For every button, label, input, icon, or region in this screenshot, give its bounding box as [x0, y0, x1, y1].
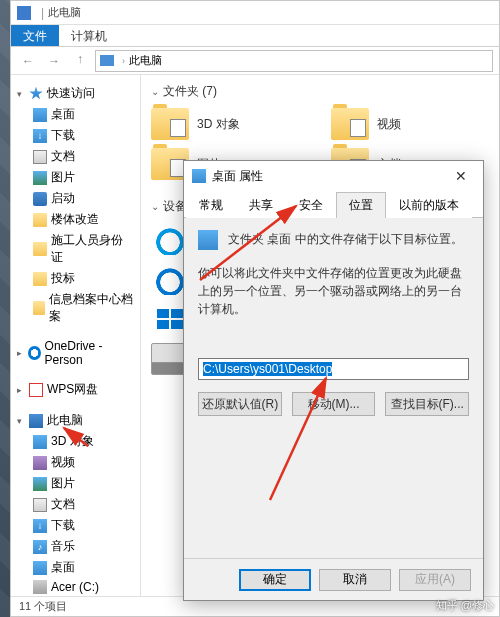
sidebar-label: 快速访问: [47, 85, 95, 102]
background-edge: [0, 0, 10, 617]
title-pipe: |: [41, 6, 44, 20]
sidebar-wps[interactable]: ▸ WPS网盘: [11, 379, 140, 400]
close-button[interactable]: ✕: [447, 168, 475, 184]
sidebar-item-label: 楼体改造: [51, 211, 99, 228]
tab-share[interactable]: 共享: [236, 192, 286, 218]
3d-icon: [33, 435, 47, 449]
ribbon-tab-file[interactable]: 文件: [11, 25, 59, 46]
watermark: 知乎 @修心: [436, 598, 494, 613]
nav-forward-button[interactable]: →: [43, 50, 65, 72]
download-icon: [33, 519, 47, 533]
star-icon: [29, 87, 43, 101]
ok-button[interactable]: 确定: [239, 569, 311, 591]
path-input[interactable]: C:\Users\ys001\Desktop: [198, 358, 469, 380]
folders-section-header[interactable]: ⌄ 文件夹 (7): [151, 83, 489, 100]
folder-icon: [151, 108, 189, 140]
folder-icon: [33, 301, 45, 315]
startup-icon: [33, 192, 47, 206]
download-icon: [33, 129, 47, 143]
music-icon: [33, 540, 47, 554]
desktop-icon: [33, 561, 47, 575]
folder-icon: [33, 272, 47, 286]
chevron-right-icon: ▸: [17, 348, 26, 358]
address-text: 此电脑: [129, 53, 162, 68]
picture-icon: [33, 171, 47, 185]
sidebar-label: WPS网盘: [47, 381, 98, 398]
sidebar-quick-access[interactable]: ▾ 快速访问: [11, 83, 140, 104]
properties-dialog: 桌面 属性 ✕ 常规 共享 安全 位置 以前的版本 文件夹 桌面 中的文件存储于…: [183, 160, 484, 601]
tab-previous[interactable]: 以前的版本: [386, 192, 472, 218]
sidebar-item-folder[interactable]: 楼体改造: [11, 209, 140, 230]
tab-security[interactable]: 安全: [286, 192, 336, 218]
document-icon: [33, 150, 47, 164]
chevron-down-icon: ⌄: [151, 201, 159, 212]
restore-default-button[interactable]: 还原默认值(R): [198, 392, 282, 416]
wps-icon: [29, 383, 43, 397]
dialog-tabs: 常规 共享 安全 位置 以前的版本: [184, 191, 483, 217]
titlebar: | 此电脑: [11, 1, 499, 25]
sidebar-item-label: 下载: [51, 517, 75, 534]
sidebar-item-label: 文档: [51, 496, 75, 513]
sidebar-item-downloads[interactable]: 下载: [11, 125, 140, 146]
sidebar-item-3d[interactable]: 3D 对象: [11, 431, 140, 452]
sidebar-item-label: 信息档案中心档案: [49, 291, 134, 325]
sidebar-item-label: 桌面: [51, 106, 75, 123]
sidebar-item-label: 投标: [51, 270, 75, 287]
sidebar-label: 此电脑: [47, 412, 83, 429]
sidebar-item-label: 下载: [51, 127, 75, 144]
sidebar-item-folder[interactable]: 施工人员身份证: [11, 230, 140, 268]
tab-general[interactable]: 常规: [186, 192, 236, 218]
sidebar-this-pc[interactable]: ▾ 此电脑: [11, 410, 140, 431]
sidebar-item-desktop[interactable]: 桌面: [11, 557, 140, 578]
apply-button[interactable]: 应用(A): [399, 569, 471, 591]
sidebar-item-label: 图片: [51, 169, 75, 186]
sidebar-item-label: 文档: [51, 148, 75, 165]
sidebar-item-label: 图片: [51, 475, 75, 492]
sidebar-item-documents[interactable]: 文档: [11, 494, 140, 515]
info-text-2: 你可以将此文件夹中文件存储的位置更改为此硬盘上的另一个位置、另一个驱动器或网络上…: [198, 264, 469, 318]
cancel-button[interactable]: 取消: [319, 569, 391, 591]
onedrive-icon: [28, 346, 41, 360]
dialog-footer: 确定 取消 应用(A): [184, 558, 483, 600]
tab-location[interactable]: 位置: [336, 192, 386, 218]
button-row: 还原默认值(R) 移动(M)... 查找目标(F)...: [198, 392, 469, 416]
path-value: C:\Users\ys001\Desktop: [203, 362, 332, 376]
window-title: 此电脑: [48, 5, 81, 20]
sidebar-onedrive[interactable]: ▸ OneDrive - Person: [11, 337, 140, 369]
folder-icon: [33, 242, 47, 256]
ribbon-tab-computer[interactable]: 计算机: [59, 25, 119, 46]
sidebar-item-music[interactable]: 音乐: [11, 536, 140, 557]
sidebar-item-folder[interactable]: 投标: [11, 268, 140, 289]
sidebar-item-label: Acer (C:): [51, 580, 99, 594]
document-icon: [33, 498, 47, 512]
sidebar-item-desktop[interactable]: 桌面: [11, 104, 140, 125]
folder-videos[interactable]: 视频: [331, 108, 481, 140]
dialog-body: 文件夹 桌面 中的文件存储于以下目标位置。 你可以将此文件夹中文件存储的位置更改…: [184, 217, 483, 558]
nav-back-button[interactable]: ←: [17, 50, 39, 72]
folder-icon: [331, 108, 369, 140]
ribbon-tabs: 文件 计算机: [11, 25, 499, 47]
sidebar-item-pictures[interactable]: 图片: [11, 473, 140, 494]
sidebar-item-drive-c[interactable]: Acer (C:): [11, 578, 140, 596]
dialog-titlebar: 桌面 属性 ✕: [184, 161, 483, 191]
folder-3d[interactable]: 3D 对象: [151, 108, 301, 140]
drive-icon: [33, 580, 47, 594]
sidebar-item-label: 音乐: [51, 538, 75, 555]
video-icon: [33, 456, 47, 470]
find-target-button[interactable]: 查找目标(F)...: [385, 392, 469, 416]
sidebar-item-downloads[interactable]: 下载: [11, 515, 140, 536]
sidebar-item-startup[interactable]: 启动: [11, 188, 140, 209]
pc-icon: [17, 6, 31, 20]
sidebar-item-pictures[interactable]: 图片: [11, 167, 140, 188]
sidebar-item-folder[interactable]: 信息档案中心档案: [11, 289, 140, 327]
move-button[interactable]: 移动(M)...: [292, 392, 376, 416]
chevron-down-icon: ▾: [17, 416, 27, 426]
address-field[interactable]: › 此电脑: [95, 50, 493, 72]
sidebar-item-documents[interactable]: 文档: [11, 146, 140, 167]
sidebar-item-label: 视频: [51, 454, 75, 471]
chevron-right-icon: ›: [122, 56, 125, 66]
picture-icon: [33, 477, 47, 491]
nav-up-button[interactable]: ↑: [69, 48, 91, 70]
sidebar-item-videos[interactable]: 视频: [11, 452, 140, 473]
desktop-icon: [192, 169, 206, 183]
